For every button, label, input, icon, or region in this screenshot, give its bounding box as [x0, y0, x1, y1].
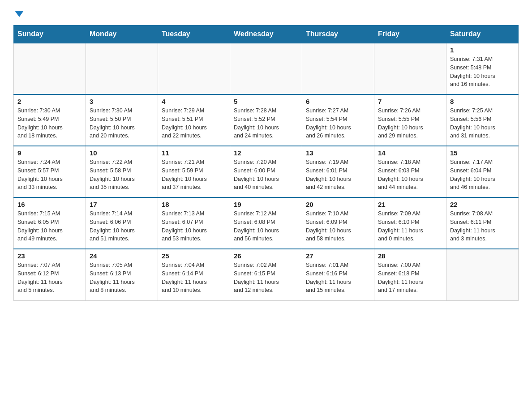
calendar-cell	[86, 43, 158, 94]
day-number: 6	[306, 98, 370, 105]
week-row-2: 9Sunrise: 7:24 AM Sunset: 5:57 PM Daylig…	[14, 146, 519, 197]
day-number: 19	[234, 201, 298, 208]
header-thursday: Thursday	[302, 26, 374, 43]
day-info: Sunrise: 7:14 AM Sunset: 6:06 PM Dayligh…	[90, 210, 135, 242]
day-number: 27	[306, 252, 370, 260]
calendar-cell: 21Sunrise: 7:09 AM Sunset: 6:10 PM Dayli…	[374, 197, 446, 249]
calendar-cell: 11Sunrise: 7:21 AM Sunset: 5:59 PM Dayli…	[158, 146, 230, 197]
page-header	[13, 9, 519, 17]
calendar-cell: 19Sunrise: 7:12 AM Sunset: 6:08 PM Dayli…	[230, 197, 302, 249]
calendar-cell: 22Sunrise: 7:08 AM Sunset: 6:11 PM Dayli…	[446, 197, 519, 249]
calendar-table: Sunday Monday Tuesday Wednesday Thursday…	[13, 25, 519, 301]
day-number: 4	[162, 98, 226, 105]
calendar-cell: 14Sunrise: 7:18 AM Sunset: 6:03 PM Dayli…	[374, 146, 446, 197]
day-number: 20	[306, 201, 370, 208]
calendar-cell	[230, 43, 302, 94]
day-number: 23	[17, 252, 82, 260]
day-info: Sunrise: 7:25 AM Sunset: 5:56 PM Dayligh…	[450, 107, 495, 139]
header-wednesday: Wednesday	[230, 26, 302, 43]
day-info: Sunrise: 7:31 AM Sunset: 5:48 PM Dayligh…	[450, 56, 495, 87]
weekday-header-row: Sunday Monday Tuesday Wednesday Thursday…	[14, 26, 519, 43]
day-number: 16	[17, 201, 82, 208]
calendar-cell: 27Sunrise: 7:01 AM Sunset: 6:16 PM Dayli…	[302, 249, 374, 300]
header-tuesday: Tuesday	[158, 26, 230, 43]
day-number: 7	[378, 98, 442, 105]
calendar-cell	[158, 43, 230, 94]
calendar-cell: 8Sunrise: 7:25 AM Sunset: 5:56 PM Daylig…	[446, 94, 519, 146]
day-info: Sunrise: 7:20 AM Sunset: 6:00 PM Dayligh…	[234, 159, 279, 190]
calendar-cell: 1Sunrise: 7:31 AM Sunset: 5:48 PM Daylig…	[446, 43, 519, 94]
calendar-cell: 24Sunrise: 7:05 AM Sunset: 6:13 PM Dayli…	[86, 249, 158, 300]
day-number: 3	[90, 98, 154, 105]
day-number: 26	[234, 252, 298, 260]
day-number: 22	[450, 201, 515, 208]
calendar-cell	[446, 249, 519, 300]
calendar-cell: 13Sunrise: 7:19 AM Sunset: 6:01 PM Dayli…	[302, 146, 374, 197]
calendar-cell: 5Sunrise: 7:28 AM Sunset: 5:52 PM Daylig…	[230, 94, 302, 146]
day-number: 8	[450, 98, 515, 105]
calendar-cell: 6Sunrise: 7:27 AM Sunset: 5:54 PM Daylig…	[302, 94, 374, 146]
calendar-cell	[302, 43, 374, 94]
day-info: Sunrise: 7:22 AM Sunset: 5:58 PM Dayligh…	[90, 159, 135, 190]
day-info: Sunrise: 7:26 AM Sunset: 5:55 PM Dayligh…	[378, 107, 423, 139]
day-info: Sunrise: 7:27 AM Sunset: 5:54 PM Dayligh…	[306, 107, 351, 139]
header-sunday: Sunday	[14, 26, 86, 43]
calendar-cell: 12Sunrise: 7:20 AM Sunset: 6:00 PM Dayli…	[230, 146, 302, 197]
day-number: 18	[162, 201, 226, 208]
day-number: 1	[450, 46, 515, 54]
logo-arrow-icon	[15, 11, 24, 17]
calendar-cell	[14, 43, 86, 94]
day-info: Sunrise: 7:21 AM Sunset: 5:59 PM Dayligh…	[162, 159, 207, 190]
calendar-cell: 15Sunrise: 7:17 AM Sunset: 6:04 PM Dayli…	[446, 146, 519, 197]
day-info: Sunrise: 7:18 AM Sunset: 6:03 PM Dayligh…	[378, 159, 423, 190]
day-number: 28	[378, 252, 442, 260]
day-number: 25	[162, 252, 226, 260]
calendar-cell: 7Sunrise: 7:26 AM Sunset: 5:55 PM Daylig…	[374, 94, 446, 146]
calendar-cell: 18Sunrise: 7:13 AM Sunset: 6:07 PM Dayli…	[158, 197, 230, 249]
day-info: Sunrise: 7:15 AM Sunset: 6:05 PM Dayligh…	[17, 210, 63, 242]
week-row-0: 1Sunrise: 7:31 AM Sunset: 5:48 PM Daylig…	[14, 43, 519, 94]
day-info: Sunrise: 7:04 AM Sunset: 6:14 PM Dayligh…	[162, 262, 207, 293]
day-number: 5	[234, 98, 298, 105]
calendar-cell: 9Sunrise: 7:24 AM Sunset: 5:57 PM Daylig…	[14, 146, 86, 197]
day-info: Sunrise: 7:08 AM Sunset: 6:11 PM Dayligh…	[450, 210, 495, 242]
week-row-4: 23Sunrise: 7:07 AM Sunset: 6:12 PM Dayli…	[14, 249, 519, 300]
day-info: Sunrise: 7:13 AM Sunset: 6:07 PM Dayligh…	[162, 210, 207, 242]
day-number: 14	[378, 149, 442, 157]
day-info: Sunrise: 7:05 AM Sunset: 6:13 PM Dayligh…	[90, 262, 135, 293]
logo	[13, 9, 24, 17]
day-info: Sunrise: 7:10 AM Sunset: 6:09 PM Dayligh…	[306, 210, 351, 242]
header-monday: Monday	[86, 26, 158, 43]
calendar-cell	[374, 43, 446, 94]
day-number: 12	[234, 149, 298, 157]
header-saturday: Saturday	[446, 26, 519, 43]
day-info: Sunrise: 7:12 AM Sunset: 6:08 PM Dayligh…	[234, 210, 279, 242]
day-info: Sunrise: 7:19 AM Sunset: 6:01 PM Dayligh…	[306, 159, 351, 190]
day-number: 13	[306, 149, 370, 157]
day-number: 17	[90, 201, 154, 208]
day-info: Sunrise: 7:02 AM Sunset: 6:15 PM Dayligh…	[234, 262, 279, 293]
day-number: 15	[450, 149, 515, 157]
day-info: Sunrise: 7:24 AM Sunset: 5:57 PM Dayligh…	[17, 159, 63, 190]
week-row-1: 2Sunrise: 7:30 AM Sunset: 5:49 PM Daylig…	[14, 94, 519, 146]
calendar-cell: 26Sunrise: 7:02 AM Sunset: 6:15 PM Dayli…	[230, 249, 302, 300]
calendar-cell: 2Sunrise: 7:30 AM Sunset: 5:49 PM Daylig…	[14, 94, 86, 146]
header-friday: Friday	[374, 26, 446, 43]
day-info: Sunrise: 7:30 AM Sunset: 5:50 PM Dayligh…	[90, 107, 135, 139]
day-info: Sunrise: 7:07 AM Sunset: 6:12 PM Dayligh…	[17, 262, 63, 293]
day-info: Sunrise: 7:09 AM Sunset: 6:10 PM Dayligh…	[378, 210, 423, 242]
day-number: 10	[90, 149, 154, 157]
day-number: 9	[17, 149, 82, 157]
calendar-cell: 17Sunrise: 7:14 AM Sunset: 6:06 PM Dayli…	[86, 197, 158, 249]
day-info: Sunrise: 7:01 AM Sunset: 6:16 PM Dayligh…	[306, 262, 351, 293]
day-info: Sunrise: 7:30 AM Sunset: 5:49 PM Dayligh…	[17, 107, 63, 139]
calendar-cell: 23Sunrise: 7:07 AM Sunset: 6:12 PM Dayli…	[14, 249, 86, 300]
calendar-cell: 10Sunrise: 7:22 AM Sunset: 5:58 PM Dayli…	[86, 146, 158, 197]
calendar-cell: 20Sunrise: 7:10 AM Sunset: 6:09 PM Dayli…	[302, 197, 374, 249]
day-info: Sunrise: 7:29 AM Sunset: 5:51 PM Dayligh…	[162, 107, 207, 139]
calendar-cell: 3Sunrise: 7:30 AM Sunset: 5:50 PM Daylig…	[86, 94, 158, 146]
day-number: 11	[162, 149, 226, 157]
calendar-cell: 28Sunrise: 7:00 AM Sunset: 6:18 PM Dayli…	[374, 249, 446, 300]
day-number: 21	[378, 201, 442, 208]
calendar-cell: 4Sunrise: 7:29 AM Sunset: 5:51 PM Daylig…	[158, 94, 230, 146]
